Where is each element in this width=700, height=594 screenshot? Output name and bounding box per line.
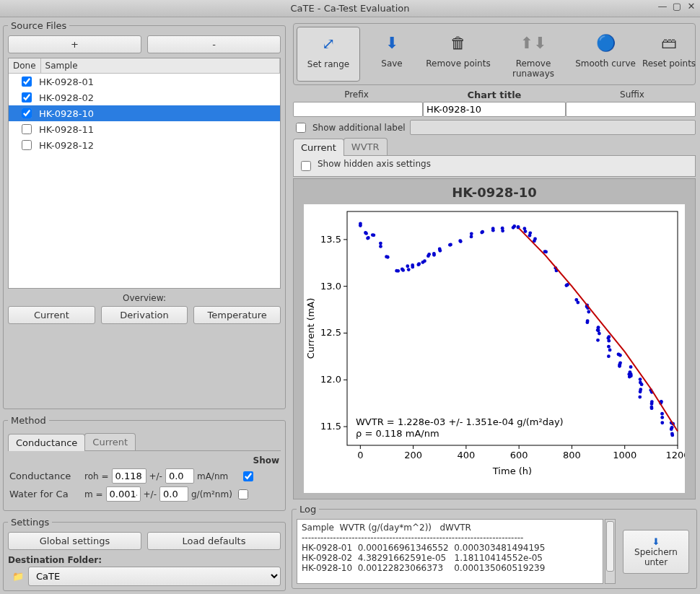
svg-rect-0 <box>347 211 678 445</box>
show-additional-label-text: Show additional label <box>312 123 406 133</box>
svg-point-121 <box>639 377 642 381</box>
remove-points-button[interactable]: 🗑 Remove points <box>424 27 493 82</box>
svg-text:800: 800 <box>563 450 581 460</box>
show-water-checkbox[interactable] <box>238 489 248 499</box>
svg-text:400: 400 <box>457 450 475 460</box>
svg-point-78 <box>533 237 537 241</box>
sample-row[interactable]: HK-0928-10 <box>9 105 280 121</box>
svg-point-44 <box>407 268 411 271</box>
remove-source-button[interactable]: - <box>147 35 281 53</box>
smooth-curve-button[interactable]: 🔵 Smooth curve <box>574 27 637 82</box>
svg-point-134 <box>660 416 664 419</box>
m-error-input[interactable] <box>159 486 188 502</box>
svg-text:Time (h): Time (h) <box>492 466 532 476</box>
svg-point-68 <box>501 229 504 232</box>
additional-label-input <box>410 120 696 135</box>
reset-points-button[interactable]: 🗃 Reset points <box>637 27 700 82</box>
col-done[interactable]: Done <box>9 58 41 73</box>
save-as-button[interactable]: ⬇ Speichern unter <box>623 530 689 574</box>
close-icon[interactable]: ✕ <box>687 1 696 10</box>
conductance-label: Conductance <box>9 471 82 481</box>
chart-title-input[interactable] <box>423 102 566 117</box>
sample-row[interactable]: HK-0928-11 <box>9 121 280 137</box>
remove-runaways-button[interactable]: ⬆⬇ Remove runaways <box>493 27 574 82</box>
svg-point-139 <box>670 426 674 429</box>
sample-done-checkbox[interactable] <box>22 124 32 134</box>
svg-point-43 <box>406 264 409 268</box>
svg-text:13.0: 13.0 <box>320 281 341 292</box>
svg-point-70 <box>512 224 516 228</box>
log-legend: Log <box>297 504 319 515</box>
save-button[interactable]: ⬇ Save <box>360 27 424 82</box>
log-scrollbar[interactable] <box>605 519 616 584</box>
tab-chart-wvtr[interactable]: WVTR <box>344 138 388 155</box>
svg-point-38 <box>386 255 390 259</box>
toolbar: ⤢ Set range ⬇ Save 🗑 Remove points ⬆⬇ Re… <box>293 23 696 85</box>
svg-point-129 <box>660 421 664 424</box>
chart-area[interactable]: HK-0928-10 02004006008001000120011.512.0… <box>293 178 696 499</box>
sample-row[interactable]: HK-0928-12 <box>9 137 280 153</box>
prefix-input[interactable] <box>293 102 423 117</box>
svg-point-30 <box>364 231 367 235</box>
svg-text:Current (mA): Current (mA) <box>305 298 316 359</box>
m-label: m = <box>84 489 103 499</box>
col-sample[interactable]: Sample <box>41 58 280 73</box>
method-legend: Method <box>8 415 49 426</box>
save-icon: ⬇ <box>362 31 422 54</box>
sample-done-checkbox[interactable] <box>22 140 32 150</box>
show-additional-label-checkbox[interactable] <box>296 123 306 133</box>
svg-point-131 <box>660 412 664 416</box>
svg-point-126 <box>650 402 654 406</box>
prefix-label: Prefix <box>293 89 420 100</box>
load-defaults-button[interactable]: Load defaults <box>147 532 281 550</box>
svg-text:1200: 1200 <box>665 450 685 460</box>
show-conductance-checkbox[interactable] <box>243 471 253 481</box>
log-text[interactable]: Sample WVTR (g/(day*m^2)) dWVTR --------… <box>297 519 603 584</box>
svg-point-98 <box>596 328 600 332</box>
svg-text:WVTR = 1.228e-03 +/- 1.351e-04: WVTR = 1.228e-03 +/- 1.351e-04 g/(m²day) <box>356 416 564 427</box>
sample-table[interactable]: Done Sample HK-0928-01 HK-0928-02 HK-092… <box>8 58 281 289</box>
svg-point-96 <box>598 332 601 336</box>
sample-row[interactable]: HK-0928-01 <box>9 74 280 89</box>
svg-point-93 <box>596 339 600 342</box>
svg-point-48 <box>417 262 421 266</box>
set-range-button[interactable]: ⤢ Set range <box>297 27 360 82</box>
add-source-button[interactable]: + <box>8 35 141 53</box>
maximize-icon[interactable]: ▢ <box>673 1 681 10</box>
svg-point-40 <box>395 269 398 273</box>
sample-row[interactable]: HK-0928-02 <box>9 89 280 105</box>
svg-point-60 <box>458 239 462 243</box>
roh-value-input[interactable] <box>112 468 146 484</box>
suffix-input[interactable] <box>566 102 696 117</box>
svg-point-62 <box>470 235 473 239</box>
tab-current[interactable]: Current <box>84 433 136 450</box>
sample-name: HK-0928-01 <box>39 77 94 87</box>
global-settings-button[interactable]: Global settings <box>8 532 141 550</box>
show-hidden-axis-label: Show hidden axis settings <box>318 159 431 173</box>
tab-chart-current[interactable]: Current <box>293 139 344 156</box>
svg-text:ρ = 0.118 mA/nm: ρ = 0.118 mA/nm <box>356 428 439 439</box>
sample-done-checkbox[interactable] <box>22 92 32 102</box>
svg-point-50 <box>421 261 424 264</box>
svg-point-74 <box>522 227 526 230</box>
overview-current-button[interactable]: Current <box>8 306 95 324</box>
overview-temperature-button[interactable]: Temperature <box>193 306 281 324</box>
svg-point-80 <box>544 250 548 253</box>
trash-icon: 🗑 <box>425 31 491 54</box>
tab-conductance[interactable]: Conductance <box>8 434 85 451</box>
show-hidden-axis-checkbox[interactable] <box>301 161 311 171</box>
svg-point-116 <box>629 365 633 369</box>
sample-done-checkbox[interactable] <box>22 108 32 118</box>
overview-derivation-button[interactable]: Derivation <box>101 306 188 324</box>
minimize-icon[interactable]: — <box>658 1 667 10</box>
svg-point-46 <box>411 266 414 269</box>
suffix-label: Suffix <box>569 89 696 100</box>
svg-text:12.0: 12.0 <box>320 374 341 385</box>
sample-table-header: Done Sample <box>9 58 280 74</box>
m-value-input[interactable] <box>106 486 141 502</box>
roh-error-input[interactable] <box>165 468 194 484</box>
folder-icon: 📁 <box>12 571 24 582</box>
svg-point-104 <box>608 349 612 352</box>
dest-folder-select[interactable]: CaTE <box>28 567 281 586</box>
sample-done-checkbox[interactable] <box>22 77 32 87</box>
